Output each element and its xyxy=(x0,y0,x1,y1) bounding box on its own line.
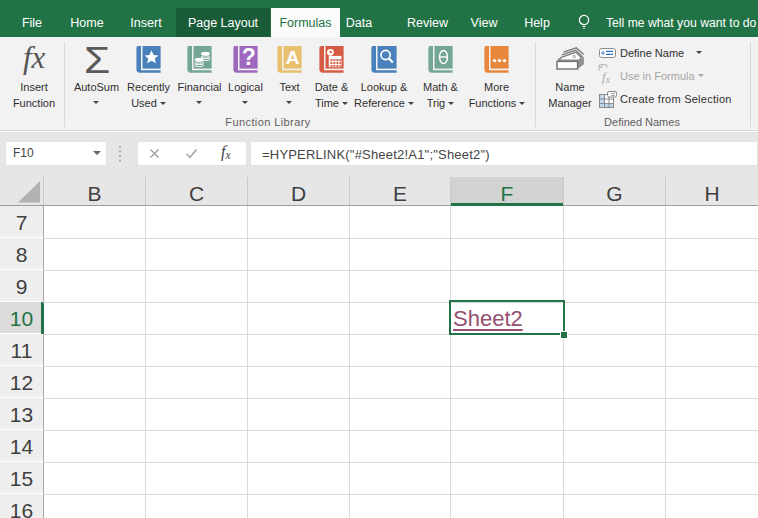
svg-text:?: ? xyxy=(242,46,256,70)
svg-text:A: A xyxy=(286,47,300,68)
